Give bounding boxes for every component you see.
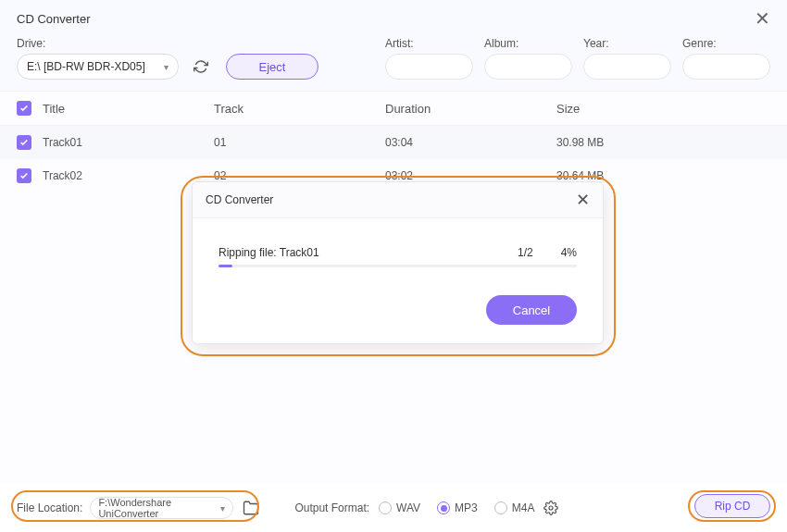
artist-label: Artist: — [385, 37, 473, 50]
cell-track: 02 — [214, 169, 385, 182]
cancel-button[interactable]: Cancel — [486, 295, 577, 325]
progress-count: 1/2 — [518, 246, 533, 259]
genre-label: Genre: — [682, 37, 770, 50]
drive-value: E:\ [BD-RW BDR-XD05] — [27, 60, 145, 73]
rip-cd-button[interactable]: Rip CD — [694, 494, 770, 518]
progress-percent: 4% — [561, 246, 577, 259]
dialog-close-icon[interactable]: ✕ — [576, 192, 590, 208]
cell-title: Track01 — [43, 136, 214, 149]
refresh-button[interactable] — [190, 56, 212, 78]
cell-duration: 03:02 — [385, 169, 556, 182]
year-input[interactable] — [583, 54, 671, 80]
genre-input[interactable] — [682, 54, 770, 80]
album-input[interactable] — [484, 54, 572, 80]
gear-icon — [543, 501, 558, 515]
drive-select[interactable]: E:\ [BD-RW BDR-XD05] ▾ — [17, 54, 179, 80]
file-location-value: F:\Wondershare UniConverter — [98, 497, 220, 519]
file-location-select[interactable]: F:\Wondershare UniConverter ▾ — [90, 497, 233, 519]
col-size-header: Size — [556, 102, 770, 116]
file-location-label: File Location: — [17, 501, 82, 514]
settings-button[interactable] — [543, 501, 558, 515]
progress-bar — [219, 265, 577, 267]
table-row[interactable]: Track01 01 03:04 30.98 MB — [0, 126, 787, 159]
radio-icon — [494, 501, 507, 514]
progress-fill — [219, 265, 232, 267]
album-label: Album: — [484, 37, 572, 50]
format-wav-label: WAV — [396, 501, 420, 514]
cell-size: 30.98 MB — [556, 136, 770, 149]
chevron-down-icon: ▾ — [164, 62, 169, 72]
chevron-down-icon: ▾ — [220, 503, 225, 513]
select-all-checkbox[interactable] — [17, 101, 31, 116]
col-duration-header: Duration — [385, 102, 556, 116]
artist-input[interactable] — [385, 54, 473, 80]
cell-track: 01 — [214, 136, 385, 149]
open-folder-button[interactable] — [243, 500, 259, 516]
refresh-icon — [194, 59, 208, 74]
table-header: Title Track Duration Size — [0, 92, 787, 126]
dialog-title: CD Converter — [206, 193, 273, 206]
radio-icon — [379, 501, 392, 514]
folder-icon — [243, 500, 259, 516]
cell-title: Track02 — [43, 169, 214, 182]
close-icon[interactable]: ✕ — [755, 9, 770, 28]
ripping-status-text: Ripping file: Track01 — [219, 246, 319, 259]
eject-button[interactable]: Eject — [226, 54, 319, 80]
col-track-header: Track — [214, 102, 385, 116]
format-wav-radio[interactable]: WAV — [379, 501, 420, 514]
format-m4a-radio[interactable]: M4A — [494, 501, 535, 514]
output-format-label: Output Format: — [294, 501, 369, 514]
drive-label: Drive: — [17, 37, 179, 50]
format-m4a-label: M4A — [512, 501, 535, 514]
app-title: CD Converter — [17, 12, 90, 26]
svg-point-0 — [549, 506, 553, 510]
cell-duration: 03:04 — [385, 136, 556, 149]
progress-dialog: CD Converter ✕ Ripping file: Track01 1/2… — [192, 181, 604, 344]
row-checkbox[interactable] — [17, 135, 31, 150]
cell-size: 30.64 MB — [556, 169, 770, 182]
row-checkbox[interactable] — [17, 168, 31, 183]
format-mp3-label: MP3 — [455, 501, 478, 514]
format-mp3-radio[interactable]: MP3 — [437, 501, 478, 514]
year-label: Year: — [583, 37, 671, 50]
col-title-header: Title — [43, 102, 214, 116]
radio-icon — [437, 501, 450, 514]
